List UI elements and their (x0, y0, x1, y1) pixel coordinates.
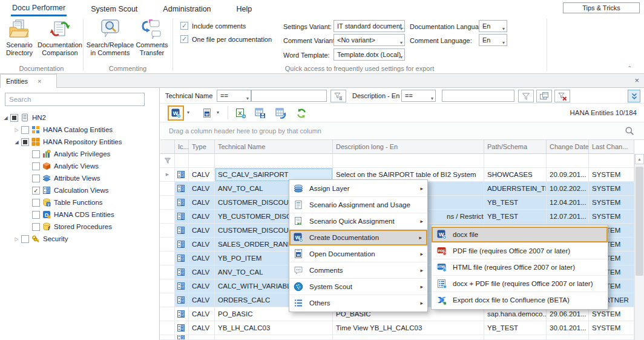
cell-type[interactable]: CALV (189, 321, 215, 335)
checkbox-unchecked[interactable] (21, 126, 29, 134)
cell-path-schema[interactable]: YB_TEST (484, 210, 547, 224)
column-header-description-long-en[interactable]: Description long - En (333, 140, 484, 154)
column-header-expander[interactable] (160, 140, 175, 154)
menu-tab-administration[interactable]: Administration (162, 2, 212, 16)
checkbox-unchecked[interactable] (21, 235, 29, 243)
expand-filters-button[interactable] (628, 90, 640, 102)
include-comments-checkbox[interactable]: ✓ Include comments (180, 22, 246, 30)
cell-type[interactable]: CALV (189, 182, 215, 196)
cell-description[interactable] (333, 335, 484, 340)
cell-change-date[interactable] (547, 335, 589, 340)
cell-type[interactable]: CALV (189, 224, 215, 238)
settings-variant-select[interactable]: IT standard document... ▾ (334, 20, 405, 32)
row-expander[interactable]: ▶ (160, 168, 175, 182)
one-file-per-documentation-checkbox[interactable]: ✓ One file per documentation (180, 35, 272, 43)
group-by-panel[interactable]: Drag a column header here to group by th… (160, 122, 644, 140)
cell-change-date[interactable]: 30.01.201... (547, 321, 589, 335)
filter-cell[interactable] (589, 154, 634, 168)
checkbox-partial[interactable] (10, 114, 18, 122)
clear-filter-button[interactable] (554, 90, 570, 102)
filter-cell[interactable] (215, 154, 333, 168)
row-expander[interactable] (160, 252, 175, 265)
tree-item-hana-repository-entities[interactable]: ◢ HANA Repository Entities (0, 136, 159, 148)
column-header-path-schema[interactable]: Path/Schema (484, 140, 547, 154)
cell-change-date[interactable]: 10.02.202... (547, 182, 589, 196)
column-header-last-chan[interactable]: Last Chan... (589, 140, 634, 154)
row-expander[interactable] (160, 238, 175, 252)
row-expander[interactable] (160, 293, 175, 307)
filter-cell[interactable] (547, 154, 589, 168)
checkbox-checked[interactable]: ✓ (180, 35, 188, 43)
cell-path-schema[interactable]: YB_TEST (484, 321, 547, 335)
checkbox-unchecked[interactable] (32, 199, 40, 207)
filter-cell[interactable] (175, 154, 189, 168)
collapse-arrow-icon[interactable]: ◢ (13, 139, 21, 145)
checkbox-partial[interactable] (21, 138, 29, 146)
filter-cell[interactable] (189, 154, 215, 168)
tree-item-attribute-views[interactable]: Attribute Views (0, 172, 159, 184)
submenu-item-docx-file[interactable]: W docx file (432, 227, 608, 242)
restore-grid-layout-button[interactable] (272, 105, 289, 121)
table-row[interactable] (160, 335, 634, 340)
cell-type[interactable]: CALV (189, 210, 215, 224)
menu-item-others[interactable]: Others ▸ (289, 295, 427, 311)
cell-last-changed[interactable]: SYSTEM (589, 196, 634, 210)
close-icon[interactable]: × (634, 76, 639, 85)
tree-item-analytic-privileges[interactable]: Analytic Privileges (0, 148, 159, 160)
vertical-scrollbar[interactable]: ▲ (634, 154, 644, 340)
collapse-arrow-icon[interactable]: ◢ (2, 115, 10, 121)
submenu-item-export-docx-file-to-confluence-beta[interactable]: Export docx file to Confluence (BETA) (432, 292, 608, 308)
cell-type[interactable]: CALV (189, 265, 215, 279)
cell-last-changed[interactable]: SYSTEM (589, 182, 634, 196)
submenu-item-pdf-file-requires-office-2007-or-later[interactable]: PDF PDF file (requires Office 2007 or la… (432, 243, 608, 259)
refresh-button[interactable] (293, 105, 309, 121)
menu-tab-docu-performer[interactable]: Docu Performer (11, 1, 67, 16)
cell-change-date[interactable]: 20.09.201... (547, 168, 589, 182)
checkbox-unchecked[interactable] (32, 175, 40, 182)
cell-type[interactable]: CALV (189, 252, 215, 265)
cell-technical-name[interactable]: YB_LH_CALC03 (215, 321, 333, 335)
column-header-type[interactable]: Type (189, 140, 215, 154)
table-row[interactable]: CALV YB_LH_CALC03 Time View YB_LH_CALC03… (160, 321, 634, 335)
tips-tricks-button[interactable]: Tips & Tricks (563, 2, 640, 13)
row-expander[interactable] (160, 307, 175, 321)
comment-variant-select[interactable]: <No variant> ▾ (334, 34, 405, 46)
cell-last-changed[interactable]: SYSTEM (589, 210, 634, 224)
cell-change-date[interactable]: 12.04.201... (547, 196, 589, 210)
technical-name-filter-input[interactable] (251, 90, 327, 102)
tree-item-table-functions[interactable]: T Table Functions (0, 196, 159, 208)
submenu-item-html-file-requires-office-2007-or-later[interactable]: HTML HTML file (requires Office 2007 or … (432, 259, 608, 275)
expand-arrow-icon[interactable]: ▷ (13, 236, 21, 242)
filter-edit-button[interactable] (330, 90, 346, 102)
cell-technical-name[interactable] (215, 335, 333, 340)
column-header-ic[interactable]: Ic... (175, 140, 189, 154)
checkbox-checked[interactable]: ✓ (180, 22, 188, 30)
search-input[interactable] (5, 93, 145, 106)
tree-item-hn2[interactable]: ◢ HN2 (0, 112, 159, 124)
filter-cell[interactable] (333, 154, 484, 168)
documentation-comparison-button[interactable]: Documentation Comparison (38, 19, 82, 57)
tree-item-analytic-views[interactable]: Analytic Views (0, 160, 159, 172)
row-expander[interactable] (160, 210, 175, 224)
row-expander[interactable] (160, 196, 175, 210)
scroll-up-arrow-icon[interactable]: ▲ (635, 154, 644, 164)
tree-item-security[interactable]: ▷ Security (0, 233, 159, 245)
row-expander[interactable] (160, 265, 175, 279)
menu-item-scenario-assignment-and-usage[interactable]: Scenario Assignment and Usage (289, 197, 427, 213)
filter-row-funnel-icon[interactable] (160, 154, 175, 168)
row-expander[interactable] (160, 224, 175, 238)
cell-type[interactable]: CALV (189, 168, 215, 182)
filter-cell[interactable] (484, 154, 547, 168)
row-expander[interactable] (160, 279, 175, 293)
comments-transfer-button[interactable]: Comments Transfer (133, 19, 171, 57)
column-header-technical-name[interactable]: Technical Name (215, 140, 333, 154)
close-tab-icon[interactable]: × (38, 78, 41, 85)
column-header-change-date[interactable]: Change Date (547, 140, 589, 154)
filter-dialog-button[interactable] (536, 90, 552, 102)
cell-last-changed[interactable]: SYSTEM (589, 168, 634, 182)
cell-type[interactable]: CALV (189, 293, 215, 307)
menu-tab-system-scout[interactable]: System Scout (90, 2, 139, 16)
expand-arrow-icon[interactable]: ▷ (13, 127, 21, 133)
scrollbar-thumb[interactable] (636, 167, 643, 276)
cell-type[interactable] (189, 335, 215, 340)
